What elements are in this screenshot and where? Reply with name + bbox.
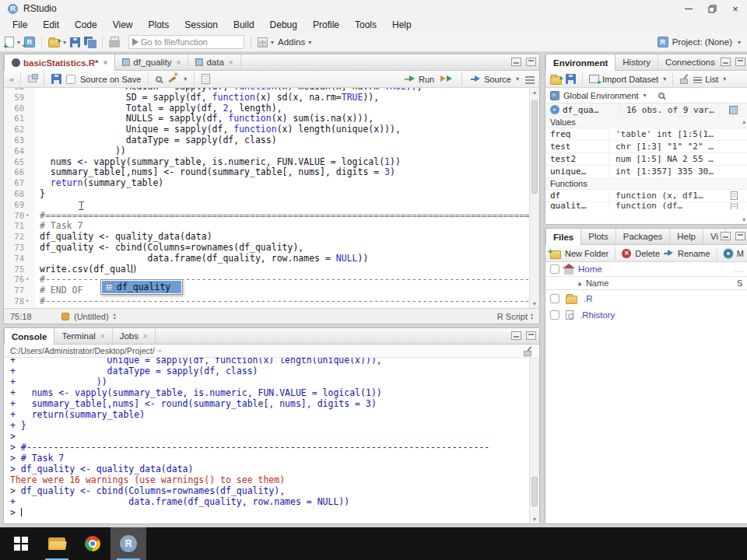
environment-row[interactable]: test2num [1:5] NA 2 55 … xyxy=(545,153,747,166)
code-editor[interactable]: 58 Median = sapply(df, function(x) media… xyxy=(4,88,539,308)
import-dataset-button[interactable]: Import Dataset▾ xyxy=(589,75,666,84)
fold-arrow-icon[interactable]: ▾ xyxy=(26,296,33,307)
scroll-up-icon[interactable]: ▲ xyxy=(742,119,747,124)
environment-row[interactable]: unique…int [1:357] 335 30… xyxy=(545,166,747,178)
menu-session[interactable]: Session xyxy=(177,18,226,32)
environment-tab-connections[interactable]: Connections xyxy=(658,54,723,70)
save-icon[interactable] xyxy=(51,74,61,84)
source-button[interactable]: Source▾ xyxy=(471,75,519,84)
expand-icon[interactable]: ▸ xyxy=(550,105,559,114)
scroll-down-icon[interactable]: ▼ xyxy=(530,516,539,522)
console-tab-console[interactable]: Console xyxy=(4,328,54,345)
minimize-pane-icon[interactable] xyxy=(511,58,521,66)
back-icon[interactable]: ◂ xyxy=(9,74,13,85)
taskbar-chrome[interactable] xyxy=(75,527,110,560)
view-table-icon[interactable] xyxy=(729,106,738,114)
doc-type-selector[interactable]: R Script▴▾ xyxy=(497,312,533,321)
scope-selector[interactable]: Global Environment▾ xyxy=(563,91,647,100)
menu-tools[interactable]: Tools xyxy=(347,18,384,32)
compile-report-icon[interactable] xyxy=(202,74,210,84)
environment-row[interactable]: dffunction (x, df1… xyxy=(545,190,747,202)
console-tab-terminal[interactable]: Terminal× xyxy=(54,328,112,344)
menu-file[interactable]: File xyxy=(5,18,35,32)
clear-console-icon[interactable] xyxy=(523,346,533,356)
document-selector[interactable]: (Untitled)▴▾ xyxy=(74,312,116,321)
file-name-link[interactable]: .Rhistory xyxy=(580,310,615,320)
document-outline-icon[interactable] xyxy=(525,76,535,84)
scrollbar-thumb[interactable] xyxy=(531,100,538,194)
addins-button[interactable]: Addins▾ xyxy=(278,37,311,47)
save-all-button[interactable] xyxy=(84,37,96,47)
select-all-checkbox[interactable] xyxy=(550,264,559,274)
breadcrumb-more[interactable]: … xyxy=(735,264,744,274)
list-view-button[interactable]: List▾ xyxy=(693,75,726,84)
file-checkbox[interactable] xyxy=(550,310,559,320)
file-checkbox[interactable] xyxy=(550,294,559,303)
load-workspace-icon[interactable] xyxy=(550,76,562,85)
menu-build[interactable]: Build xyxy=(226,18,262,32)
file-row[interactable]: .R xyxy=(545,290,747,306)
find-replace-icon[interactable] xyxy=(156,76,162,82)
environment-data-row[interactable]: ▸df_qua…16 obs. of 9 var… xyxy=(545,103,747,117)
maximize-pane-icon[interactable] xyxy=(526,331,536,340)
new-file-button[interactable]: ▾ xyxy=(5,37,20,47)
menu-view[interactable]: View xyxy=(105,18,141,32)
name-column-header[interactable]: Name xyxy=(586,278,608,288)
rename-button[interactable]: Rename xyxy=(664,249,710,258)
minimize-pane-icon[interactable] xyxy=(721,58,731,66)
new-folder-button[interactable]: New Folder xyxy=(550,248,608,259)
scroll-down-icon[interactable]: ▼ xyxy=(530,301,539,306)
clear-environment-icon[interactable] xyxy=(679,74,689,84)
pane-layout-button[interactable]: ▾ xyxy=(258,37,274,47)
files-tab-plots[interactable]: Plots xyxy=(581,229,616,244)
close-icon[interactable]: × xyxy=(100,332,105,341)
source-on-save-checkbox[interactable] xyxy=(66,75,75,84)
delete-button[interactable]: ✕Delete xyxy=(622,249,660,258)
maximize-button[interactable] xyxy=(700,0,724,17)
scrollbar-thumb[interactable] xyxy=(531,477,538,506)
environment-row[interactable]: qualit…function (df… xyxy=(545,202,747,209)
menu-code[interactable]: Code xyxy=(67,18,105,32)
taskbar-rstudio[interactable]: R xyxy=(110,527,146,560)
script-icon[interactable] xyxy=(731,191,738,200)
file-name-link[interactable]: .R xyxy=(584,294,593,303)
maximize-pane-icon[interactable] xyxy=(735,232,745,240)
new-project-button[interactable]: R xyxy=(24,37,35,47)
run-button[interactable]: Run xyxy=(405,75,434,84)
sort-asc-icon[interactable]: ▲ xyxy=(577,280,583,287)
search-icon[interactable] xyxy=(658,93,665,99)
size-column-header[interactable]: S xyxy=(737,278,742,288)
environment-tab-history[interactable]: History xyxy=(615,54,658,70)
scroll-up-icon[interactable]: ▲ xyxy=(530,89,539,95)
minimize-button[interactable] xyxy=(677,0,700,17)
close-icon[interactable]: × xyxy=(103,58,108,67)
console-scrollbar[interactable]: ▼ xyxy=(529,358,539,523)
menu-debug[interactable]: Debug xyxy=(262,18,305,32)
source-tab-data[interactable]: data× xyxy=(188,54,240,70)
project-selector[interactable]: R Project: (None) ▾ xyxy=(658,37,741,47)
files-tab-help[interactable]: Help xyxy=(670,229,703,244)
console[interactable]: + Unique = sapply(df, function(x) length… xyxy=(4,358,539,523)
print-button[interactable] xyxy=(109,40,120,47)
menu-profile[interactable]: Profile xyxy=(305,18,347,32)
show-in-new-window-icon[interactable] xyxy=(28,75,37,82)
editor-scrollbar[interactable]: ▲ ▼ xyxy=(529,88,539,308)
minimize-pane-icon[interactable] xyxy=(511,331,521,340)
file-row[interactable]: .Rhistory xyxy=(545,306,747,323)
environment-tab-environment[interactable]: Environment xyxy=(545,54,615,71)
menu-help[interactable]: Help xyxy=(384,18,419,32)
close-icon[interactable]: × xyxy=(229,58,233,67)
fold-arrow-icon[interactable]: ▾ xyxy=(26,211,33,222)
files-tab-files[interactable]: Files xyxy=(545,229,581,245)
fold-arrow-icon[interactable]: ▾ xyxy=(26,275,33,285)
scroll-down-icon[interactable]: ▼ xyxy=(742,217,747,222)
rerun-icon[interactable] xyxy=(440,75,453,82)
source-tab-basicstatistics-r[interactable]: basicStatistics.R*× xyxy=(4,54,115,71)
save-workspace-icon[interactable] xyxy=(566,74,576,84)
open-file-button[interactable]: ▾ xyxy=(48,37,66,47)
menu-edit[interactable]: Edit xyxy=(35,18,67,32)
files-tab-packages[interactable]: Packages xyxy=(616,229,671,244)
console-tab-jobs[interactable]: Jobs× xyxy=(113,328,156,344)
environment-row[interactable]: testchr [1:3] "1" "2" … xyxy=(545,141,747,153)
autocomplete-item[interactable]: df_quality xyxy=(102,281,181,293)
